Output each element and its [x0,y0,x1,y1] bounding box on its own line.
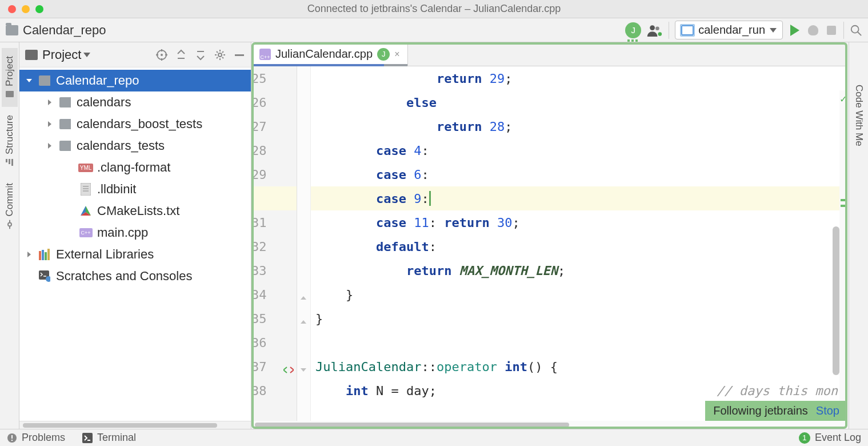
event-count-badge: 1 [799,432,810,444]
tree-item-scratches-and-consoles[interactable]: Scratches and Consoles [19,265,251,287]
hide-icon[interactable] [234,49,245,61]
svg-rect-12 [25,50,38,60]
breadcrumb[interactable]: Calendar_repo [23,23,106,38]
svg-rect-37 [11,440,13,441]
vertical-scrollbar[interactable] [833,226,839,375]
svg-rect-20 [235,54,244,56]
run-button[interactable] [789,24,801,37]
svg-point-19 [218,53,222,57]
stop-following-button[interactable]: Stop [816,404,839,417]
svg-rect-5 [6,91,14,97]
code-with-me-users-icon[interactable] [647,24,663,37]
editor: C++ JulianCalendar.cpp J × 2526272829303… [251,42,847,429]
structure-tool-tab[interactable]: Structure [2,107,18,175]
tree-item-cmakelists-txt[interactable]: CMakeLists.txt [19,200,251,222]
svg-rect-22 [59,97,71,107]
close-tab-button[interactable]: × [394,49,399,59]
tree-item--clang-format[interactable]: YML.clang-format [19,157,251,178]
yml-icon: YML [80,161,91,174]
inspection-ok-icon: ✓ [840,93,846,105]
problems-button[interactable]: Problems [7,432,65,444]
tree-item-external-libraries[interactable]: External Libraries [19,244,251,265]
minimize-window-button[interactable] [22,5,30,13]
svg-rect-29 [39,251,41,260]
run-configuration-selector[interactable]: calendar_run [675,21,783,39]
settings-icon[interactable] [214,49,226,61]
svg-point-0 [650,25,655,30]
window-title: Connected to jetbrains's Calendar – Juli… [307,3,561,15]
cpp-file-icon: C++ [259,49,271,60]
status-bar: Problems Terminal 1 Event Log [0,429,868,446]
run-config-icon [681,25,694,35]
close-window-button[interactable] [8,5,16,13]
chevron-down-icon [770,28,777,33]
terminal-button[interactable]: Terminal [82,432,136,444]
svg-point-1 [655,26,659,30]
folder-icon [39,74,50,87]
code-editor[interactable]: 2526272829303132333435363738 return 29; … [251,66,847,421]
following-indicator: Following jetbrains Stop [705,401,847,421]
tree-item-main-cpp[interactable]: C++main.cpp [19,222,251,244]
collaborator-avatar[interactable]: J [625,22,641,38]
maximize-window-button[interactable] [35,5,43,13]
cmake-icon [80,205,91,217]
event-log-button[interactable]: Event Log [815,432,861,444]
folder-icon [25,50,38,60]
svg-rect-24 [59,141,71,151]
collaborator-badge: J [377,48,390,61]
expand-all-icon[interactable] [175,49,187,61]
svg-rect-32 [47,249,50,260]
navigation-toolbar: Calendar_repo J calendar_run [0,18,868,42]
tree-item-calendars-tests[interactable]: calendars_tests [19,135,251,157]
left-tool-window-bar: Project Structure Commit [0,42,19,429]
titlebar: Connected to jetbrains's Calendar – Juli… [0,0,868,18]
locate-icon[interactable] [156,49,167,61]
svg-rect-25 [81,183,91,196]
editor-tab[interactable]: C++ JulianCalendar.cpp J × [251,42,408,66]
svg-rect-6 [11,159,13,166]
project-tool-tab[interactable]: Project [2,48,18,107]
editor-tabs: C++ JulianCalendar.cpp J × [251,42,847,66]
bug-icon [808,25,818,35]
stop-icon [827,26,836,35]
svg-rect-30 [42,250,44,260]
tree-item-calendar-repo[interactable]: Calendar_repo [19,70,251,91]
code-with-me-tool-tab[interactable]: Code With Me [851,77,867,154]
svg-point-2 [658,32,662,36]
horizontal-scrollbar[interactable] [19,421,251,429]
right-tool-window-bar: Code With Me [849,42,868,429]
svg-point-9 [8,222,11,226]
editor-marker-strip[interactable]: ✓ [839,90,847,421]
folder-icon [59,96,71,109]
project-title[interactable]: Project [42,47,81,62]
tree-item-calendars[interactable]: calendars [19,91,251,113]
stop-button [825,24,838,37]
svg-point-3 [851,25,859,33]
svg-line-4 [858,31,861,35]
window-controls [0,5,43,13]
txt-icon [80,183,91,196]
play-icon [790,25,799,36]
debug-button[interactable] [807,24,819,37]
scratch-icon [39,270,50,282]
tab-filename: JulianCalendar.cpp [275,47,373,61]
folder-icon [59,118,71,130]
tree-item--lldbinit[interactable]: .lldbinit [19,178,251,200]
svg-rect-23 [59,119,71,129]
commit-tool-tab[interactable]: Commit [2,175,18,237]
horizontal-scrollbar[interactable] [251,421,847,429]
lib-icon [39,248,50,261]
project-tool-window: Project Calendar_repocalendarscalendars_… [19,42,251,429]
cpp-icon: C++ [80,226,91,239]
svg-rect-21 [39,75,50,86]
svg-rect-8 [6,159,7,162]
svg-rect-7 [9,159,10,164]
project-header: Project [19,42,251,67]
folder-icon [59,140,71,152]
search-everywhere-button[interactable] [850,24,862,37]
collapse-all-icon[interactable] [195,49,206,61]
project-tree[interactable]: Calendar_repocalendarscalendars_boost_te… [19,67,251,421]
svg-rect-36 [11,435,13,439]
svg-point-14 [161,54,163,56]
tree-item-calendars-boost-tests[interactable]: calendars_boost_tests [19,113,251,135]
